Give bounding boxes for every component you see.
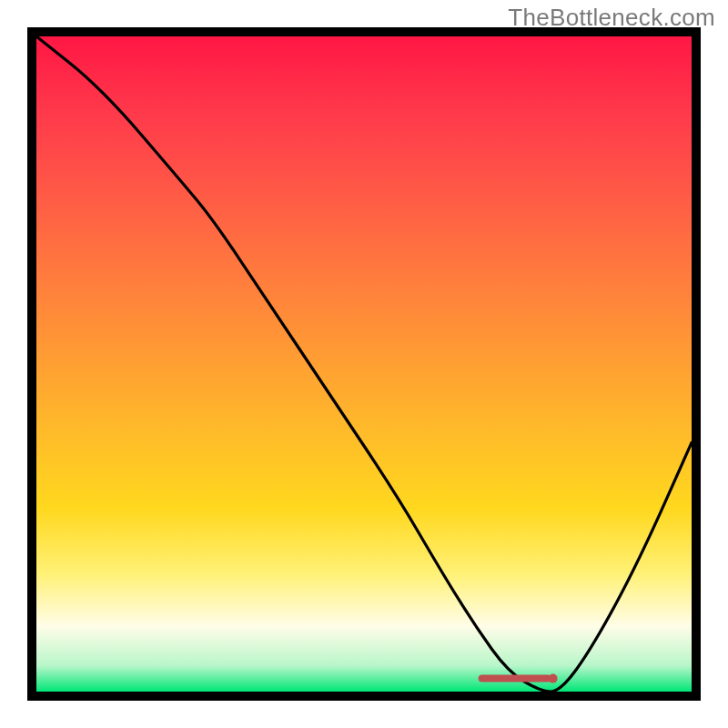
- bottleneck-curve-path: [36, 36, 692, 692]
- watermark-text: TheBottleneck.com: [508, 4, 715, 32]
- plot-box: [27, 27, 701, 701]
- chart-frame: TheBottleneck.com: [0, 0, 728, 728]
- optimal-range-end-dot: [549, 674, 558, 683]
- line-chart-svg: [36, 36, 692, 692]
